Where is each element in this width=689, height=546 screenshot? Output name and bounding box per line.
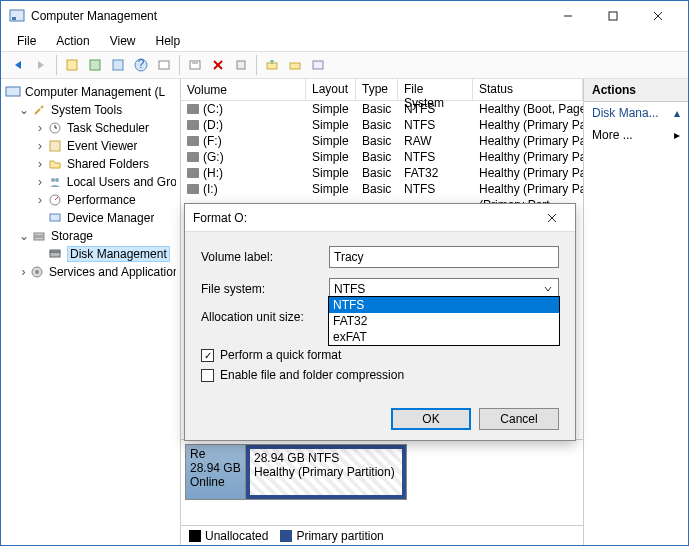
collapse-icon[interactable]: ⌄ (17, 103, 31, 117)
back-button[interactable] (7, 54, 29, 76)
computer-icon (5, 84, 21, 100)
col-volume[interactable]: Volume (181, 79, 306, 100)
menu-action[interactable]: Action (48, 32, 97, 50)
toolbar-icon[interactable] (230, 54, 252, 76)
svg-rect-3 (609, 12, 617, 20)
toolbar-icon[interactable] (84, 54, 106, 76)
collapse-icon[interactable]: ⌄ (17, 229, 31, 243)
svg-rect-33 (50, 250, 60, 252)
menu-view[interactable]: View (102, 32, 144, 50)
tree-device-manager[interactable]: Device Manager (3, 209, 178, 227)
tree-local-users[interactable]: ›Local Users and Gro (3, 173, 178, 191)
tree-pane: Computer Management (L ⌄ System Tools ›T… (1, 79, 181, 545)
expand-icon[interactable]: › (33, 193, 47, 207)
volume-header: Volume Layout Type File System Status (181, 79, 583, 101)
expand-icon[interactable]: › (33, 175, 47, 189)
delete-icon[interactable] (207, 54, 229, 76)
toolbar-icon[interactable] (261, 54, 283, 76)
volume-label-input[interactable] (329, 246, 559, 268)
checkbox-unchecked-icon (201, 369, 214, 382)
tools-icon (31, 102, 47, 118)
format-dialog: Format O: Volume label: File system: NTF… (184, 203, 576, 441)
disk-block[interactable]: Re 28.94 GB Online 28.94 GB NTFS Healthy… (185, 444, 407, 500)
allocation-size-label: Allocation unit size: (201, 310, 329, 324)
menu-help[interactable]: Help (148, 32, 189, 50)
toolbar-icon[interactable] (184, 54, 206, 76)
toolbar-icon[interactable] (307, 54, 329, 76)
collapse-icon: ▴ (674, 106, 680, 120)
minimize-button[interactable] (545, 1, 590, 31)
volume-icon (187, 104, 199, 114)
actions-diskmana[interactable]: Disk Mana...▴ (584, 102, 688, 124)
svg-rect-30 (34, 233, 44, 236)
volume-row[interactable]: (G:)SimpleBasicNTFSHealthy (Primary Part (181, 149, 583, 165)
volume-row[interactable]: (D:)SimpleBasicNTFSHealthy (Primary Part (181, 117, 583, 133)
dialog-close-button[interactable] (537, 207, 567, 229)
svg-rect-20 (6, 87, 20, 96)
toolbar-icon[interactable] (284, 54, 306, 76)
compression-checkbox[interactable]: Enable file and folder compression (201, 368, 559, 382)
expand-icon[interactable]: › (33, 157, 47, 171)
col-layout[interactable]: Layout (306, 79, 356, 100)
toolbar-icon[interactable] (153, 54, 175, 76)
volume-row[interactable]: (C:)SimpleBasicNTFSHealthy (Boot, Page F (181, 101, 583, 117)
tree-shared-folders[interactable]: ›Shared Folders (3, 155, 178, 173)
event-icon (47, 138, 63, 154)
menu-file[interactable]: File (9, 32, 44, 50)
col-fs[interactable]: File System (398, 79, 473, 100)
svg-rect-19 (313, 61, 323, 69)
partition-block[interactable]: 28.94 GB NTFS Healthy (Primary Partition… (246, 445, 406, 499)
tree-storage[interactable]: ⌄ Storage (3, 227, 178, 245)
maximize-button[interactable] (590, 1, 635, 31)
svg-rect-29 (50, 214, 60, 221)
volume-row[interactable]: (I:)SimpleBasicNTFSHealthy (Primary Part (181, 181, 583, 197)
tree-services[interactable]: ›Services and Applications (3, 263, 178, 281)
close-button[interactable] (635, 1, 680, 31)
chevron-right-icon: ▸ (674, 128, 680, 142)
volume-row[interactable]: (H:)SimpleBasicFAT32Healthy (Primary Par… (181, 165, 583, 181)
volume-icon (187, 152, 199, 162)
storage-icon (31, 228, 47, 244)
volume-icon (187, 136, 199, 146)
fs-option-fat32[interactable]: FAT32 (329, 313, 559, 329)
svg-rect-32 (50, 252, 60, 257)
svg-rect-11 (159, 61, 169, 69)
svg-point-25 (51, 178, 55, 182)
svg-point-35 (35, 270, 39, 274)
cancel-button[interactable]: Cancel (479, 408, 559, 430)
clock-icon (47, 120, 63, 136)
tree-disk-management[interactable]: Disk Management (3, 245, 178, 263)
fs-option-ntfs[interactable]: NTFS (329, 297, 559, 313)
forward-button[interactable] (30, 54, 52, 76)
col-status[interactable]: Status (473, 79, 583, 100)
actions-more[interactable]: More ...▸ (584, 124, 688, 146)
expand-icon[interactable]: › (33, 121, 47, 135)
volume-row[interactable]: (F:)SimpleBasicRAWHealthy (Primary Part (181, 133, 583, 149)
actions-pane: Actions Disk Mana...▴ More ...▸ (584, 79, 688, 545)
expand-icon[interactable]: › (33, 139, 47, 153)
toolbar-icon[interactable] (107, 54, 129, 76)
tree-system-tools[interactable]: ⌄ System Tools (3, 101, 178, 119)
svg-rect-8 (113, 60, 123, 70)
toolbar-icon[interactable] (61, 54, 83, 76)
ok-button[interactable]: OK (391, 408, 471, 430)
tree-root[interactable]: Computer Management (L (3, 83, 178, 101)
actions-header: Actions (584, 79, 688, 102)
tree-event-viewer[interactable]: ›Event Viewer (3, 137, 178, 155)
tree-performance[interactable]: ›Performance (3, 191, 178, 209)
quick-format-checkbox[interactable]: ✓ Perform a quick format (201, 348, 559, 362)
fs-option-exfat[interactable]: exFAT (329, 329, 559, 345)
services-icon (30, 264, 45, 280)
legend: Unallocated Primary partition (181, 525, 583, 545)
help-icon[interactable]: ? (130, 54, 152, 76)
app-icon (9, 8, 25, 24)
folder-icon (47, 156, 63, 172)
checkbox-checked-icon: ✓ (201, 349, 214, 362)
svg-rect-24 (50, 141, 60, 151)
col-type[interactable]: Type (356, 79, 398, 100)
svg-rect-31 (34, 237, 44, 240)
tree-task-scheduler[interactable]: ›Task Scheduler (3, 119, 178, 137)
device-icon (47, 210, 63, 226)
window-title: Computer Management (31, 9, 545, 23)
expand-icon[interactable]: › (17, 265, 30, 279)
